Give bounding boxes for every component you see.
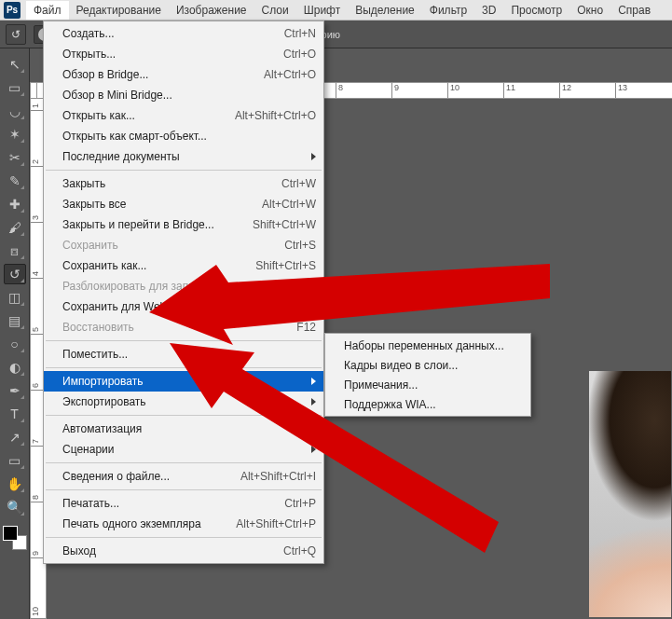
menu-item-label: Сохранить для Web... <box>62 300 236 313</box>
menu-item-label: Закрыть <box>62 177 281 190</box>
history-brush-tool[interactable]: ↺ <box>4 264 26 284</box>
zoom-tool[interactable]: 🔍 <box>4 497 26 517</box>
menu-item-label: Обзор в Bridge... <box>62 68 264 81</box>
menu-item[interactable]: Импортировать <box>44 371 323 392</box>
chevron-right-icon <box>311 153 316 160</box>
menu-item[interactable]: Выделение <box>348 1 422 20</box>
menu-item[interactable]: Автоматизация <box>44 419 323 439</box>
move-tool[interactable]: ↖ <box>4 54 26 75</box>
menubar: Ps ФайлРедактированиеИзображениеСлоиШриф… <box>0 0 672 21</box>
gradient-tool[interactable]: ▤ <box>4 310 26 331</box>
menu-separator <box>46 489 322 490</box>
menu-separator <box>46 462 322 463</box>
chevron-right-icon <box>311 398 316 406</box>
menu-item[interactable]: Сохранить для Web...Alt+Shift+Ctrl+S <box>44 296 323 317</box>
menu-item[interactable]: Окно <box>569 1 610 20</box>
menu-item-label: Печатать... <box>62 497 284 510</box>
menu-item-label: Закрыть все <box>62 198 262 211</box>
menu-item-shortcut: F12 <box>296 321 316 334</box>
menu-item-shortcut: Alt+Ctrl+W <box>262 198 316 211</box>
menu-item[interactable]: ЗакрытьCtrl+W <box>44 173 323 194</box>
stamp-tool[interactable]: ⧈ <box>4 241 26 261</box>
menu-item[interactable]: Поместить... <box>44 344 323 365</box>
file-menu: Создать...Ctrl+NОткрыть...Ctrl+OОбзор в … <box>43 21 324 564</box>
blur-tool[interactable]: ○ <box>4 334 26 354</box>
menu-item[interactable]: Сведения о файле...Alt+Shift+Ctrl+I <box>44 466 323 487</box>
menu-item[interactable]: Экспортировать <box>44 392 323 412</box>
healing-tool[interactable]: ✚ <box>4 194 26 214</box>
hand-tool[interactable]: ✋ <box>4 474 26 494</box>
menu-item[interactable]: Кадры видео в слои... <box>325 355 530 375</box>
menu-item[interactable]: Изображение <box>169 1 254 20</box>
menu-item-label: Сценарии <box>62 443 306 456</box>
menu-item-shortcut: Alt+Shift+Ctrl+P <box>236 517 316 530</box>
menu-item-label: Поместить... <box>62 348 316 361</box>
menu-item[interactable]: Файл <box>26 1 69 20</box>
menu-item-shortcut: Ctrl+S <box>284 239 316 252</box>
menu-item[interactable]: Печать одного экземпляраAlt+Shift+Ctrl+P <box>44 514 323 534</box>
menu-item[interactable]: Печатать...Ctrl+P <box>44 493 323 514</box>
menu-item[interactable]: Шрифт <box>296 1 348 20</box>
menu-item[interactable]: Закрыть и перейти в Bridge...Shift+Ctrl+… <box>44 214 323 235</box>
menu-separator <box>46 415 322 416</box>
menu-item[interactable]: Последние документы <box>44 146 323 167</box>
menu-item-shortcut: Ctrl+W <box>281 177 316 190</box>
wand-tool[interactable]: ✶ <box>4 124 26 144</box>
menu-item[interactable]: Поддержка WIA... <box>325 394 530 414</box>
menu-item[interactable]: Создать...Ctrl+N <box>44 23 323 44</box>
menu-item-shortcut: Ctrl+Q <box>283 544 316 557</box>
ruler-tick: 13 <box>615 83 627 99</box>
document-canvas[interactable] <box>589 371 671 617</box>
menu-item[interactable]: Примечания... <box>325 375 530 394</box>
ruler-tick: 8 <box>336 83 343 99</box>
menu-item[interactable]: Открыть как...Alt+Shift+Ctrl+O <box>44 105 323 126</box>
shape-tool[interactable]: ▭ <box>4 450 26 471</box>
ruler-tick: 10 <box>447 83 459 99</box>
menu-item-label: Последние документы <box>62 150 306 163</box>
menu-item[interactable]: Справ <box>610 1 658 20</box>
menu-item-shortcut: Ctrl+O <box>283 48 316 61</box>
crop-tool[interactable]: ✂ <box>4 147 26 168</box>
type-tool[interactable]: T <box>4 404 26 424</box>
menu-item: ВосстановитьF12 <box>44 317 323 337</box>
menu-item[interactable]: 3D <box>474 1 503 20</box>
menu-item[interactable]: Просмотр <box>503 1 569 20</box>
menu-item[interactable]: Закрыть всеAlt+Ctrl+W <box>44 194 323 214</box>
menu-item[interactable]: Сценарии <box>44 439 323 460</box>
brush-tool[interactable]: 🖌 <box>4 217 26 238</box>
menu-item-label: Сведения о файле... <box>62 470 240 483</box>
ruler-tick: 9 <box>391 83 399 99</box>
menu-item-label: Обзор в Mini Bridge... <box>62 89 316 102</box>
menu-separator <box>46 537 322 538</box>
menu-item[interactable]: Открыть как смарт-объект... <box>44 126 323 146</box>
menu-item-label: Создать... <box>62 27 284 40</box>
menu-item-label: Разблокировать для записи... <box>62 280 316 293</box>
ruler-tick: 10 <box>31 607 47 619</box>
menu-item[interactable]: Редактирование <box>69 1 169 20</box>
menu-item[interactable]: Сохранить как...Shift+Ctrl+S <box>44 255 323 276</box>
ruler-tick: 11 <box>503 83 515 99</box>
chevron-right-icon <box>311 425 316 433</box>
eraser-tool[interactable]: ◫ <box>4 287 26 308</box>
menu-separator <box>46 340 322 341</box>
menu-item[interactable]: Фильтр <box>422 1 474 20</box>
chevron-right-icon <box>311 378 316 385</box>
tool-preset-button[interactable]: ↺ <box>6 24 26 45</box>
menu-item[interactable]: Слои <box>254 1 296 20</box>
lasso-tool[interactable]: ◡ <box>4 101 26 121</box>
menu-item-label: Импортировать <box>62 375 306 388</box>
path-tool[interactable]: ↗ <box>4 427 26 447</box>
color-swatches[interactable] <box>3 526 27 550</box>
menu-item-shortcut: Shift+Ctrl+W <box>253 218 316 231</box>
marquee-tool[interactable]: ▭ <box>4 77 26 98</box>
menu-item-label: Печать одного экземпляра <box>62 517 236 530</box>
menu-item[interactable]: Обзор в Mini Bridge... <box>44 85 323 105</box>
menu-item[interactable]: Обзор в Bridge...Alt+Ctrl+O <box>44 64 323 85</box>
dodge-tool[interactable]: ◐ <box>4 357 26 378</box>
eyedropper-tool[interactable]: ✎ <box>4 171 26 191</box>
menu-item: СохранитьCtrl+S <box>44 235 323 255</box>
menu-item[interactable]: Открыть...Ctrl+O <box>44 44 323 64</box>
menu-item-shortcut: Shift+Ctrl+S <box>255 259 316 272</box>
menu-item[interactable]: ВыходCtrl+Q <box>44 541 323 561</box>
pen-tool[interactable]: ✒ <box>4 380 26 401</box>
